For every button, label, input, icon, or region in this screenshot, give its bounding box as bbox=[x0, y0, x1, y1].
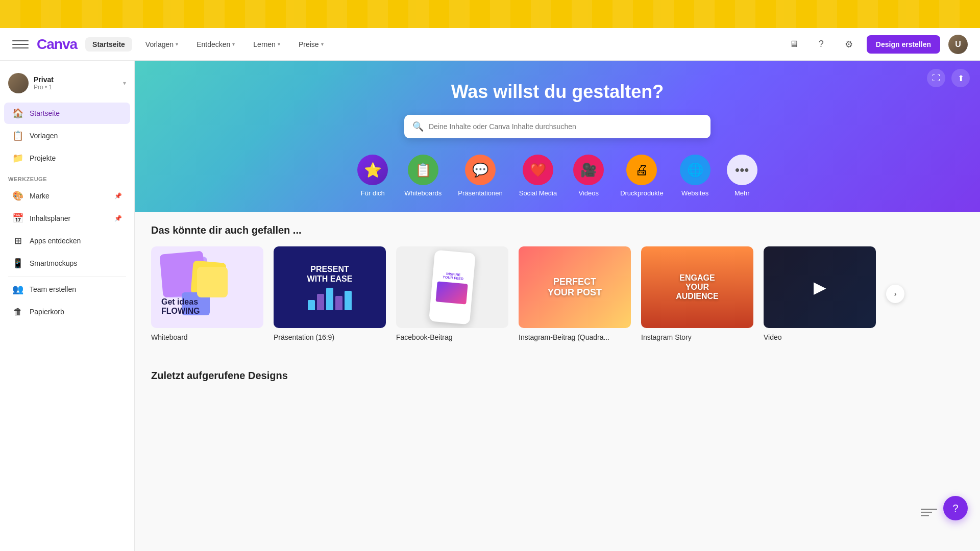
recommendations-title: Das könnte dir auch gefallen ... bbox=[151, 224, 964, 236]
home-icon: 🏠 bbox=[12, 108, 23, 119]
apps-icon: ⊞ bbox=[12, 235, 23, 246]
calendar-icon: 📅 bbox=[12, 213, 23, 224]
help-icon[interactable]: ? bbox=[812, 35, 831, 54]
profile-name: Privat bbox=[34, 76, 118, 84]
card-thumb-facebook: INSPIREYOUR FEED bbox=[396, 246, 508, 328]
folder-icon: 📁 bbox=[12, 153, 23, 164]
sidebar-item-smartmockups[interactable]: 📱 Smartmockups bbox=[4, 253, 130, 274]
card-thumb-praesentation: PRESENTWITH EASE bbox=[274, 246, 386, 328]
hero-search-bar: 🔍 bbox=[404, 115, 710, 138]
chevron-down-icon: ▾ bbox=[232, 41, 235, 47]
sidebar: Privat Pro • 1 ▾ 🏠 Startseite 📋 Vorlagen… bbox=[0, 61, 135, 551]
recommendations-section: Das könnte dir auch gefallen ... Get ide… bbox=[135, 212, 980, 358]
nav-startseite[interactable]: Startseite bbox=[85, 37, 132, 52]
nav-preise[interactable]: Preise ▾ bbox=[293, 37, 329, 52]
card-label-video: Video bbox=[764, 333, 876, 341]
sidebar-item-marke[interactable]: 🎨 Marke 📌 bbox=[4, 185, 130, 207]
card-whiteboard[interactable]: Get ideasFLOWING Whiteboard bbox=[151, 246, 263, 341]
chevron-down-icon: ▾ bbox=[278, 41, 280, 47]
help-fab-button[interactable]: ? bbox=[943, 496, 968, 520]
sidebar-item-inhaltsplaner[interactable]: 📅 Inhaltsplaner 📌 bbox=[4, 208, 130, 229]
sidebar-item-startseite[interactable]: 🏠 Startseite bbox=[4, 103, 130, 124]
cards-row: Get ideasFLOWING Whiteboard PRESENTWITH … bbox=[151, 246, 964, 345]
hero-icon-praesentationen[interactable]: 💬 Präsentationen bbox=[458, 155, 502, 197]
crop-icon[interactable]: ⛶ bbox=[927, 69, 945, 87]
trash-icon: 🗑 bbox=[12, 306, 23, 317]
hero-icon-social-media[interactable]: ❤️ Social Media bbox=[519, 155, 557, 197]
sidebar-item-apps[interactable]: ⊞ Apps entdecken bbox=[4, 230, 130, 252]
navbar: Canva Startseite Vorlagen ▾ Entdecken ▾ … bbox=[0, 28, 980, 61]
create-design-button[interactable]: Design erstellen bbox=[867, 35, 940, 54]
profile-avatar bbox=[8, 73, 29, 93]
templates-icon: 📋 bbox=[12, 130, 23, 141]
card-label-praesentation: Präsentation (16:9) bbox=[274, 333, 386, 341]
card-label-instagram-quad: Instagram-Beitrag (Quadra... bbox=[519, 333, 631, 341]
content-area: ⛶ ⬆ Was willst du gestalten? 🔍 ⭐ Für dic… bbox=[135, 61, 980, 551]
list-icon[interactable] bbox=[921, 504, 937, 520]
card-praesentation[interactable]: PRESENTWITH EASE Präsentation (16:9) bbox=[274, 246, 386, 341]
chevron-down-icon: ▾ bbox=[123, 80, 126, 87]
hero-icon-websites[interactable]: 🌐 Websites bbox=[680, 155, 710, 197]
search-icon: 🔍 bbox=[412, 121, 424, 132]
top-banner bbox=[0, 0, 980, 28]
card-thumb-instagram-quad: PERFECTYOUR POST bbox=[519, 246, 631, 328]
nav-vorlagen[interactable]: Vorlagen ▾ bbox=[140, 37, 183, 52]
recent-designs-title: Zuletzt aufgerufene Designs bbox=[151, 370, 964, 382]
hero-icon-fuer-dich[interactable]: ⭐ Für dich bbox=[357, 155, 388, 197]
hero-icon-videos[interactable]: 🎥 Videos bbox=[573, 155, 604, 197]
card-facebook[interactable]: INSPIREYOUR FEED Facebook-Beitrag bbox=[396, 246, 508, 341]
sidebar-item-projekte[interactable]: 📁 Projekte bbox=[4, 147, 130, 169]
nav-entdecken[interactable]: Entdecken ▾ bbox=[191, 37, 240, 52]
sidebar-item-team[interactable]: 👥 Team erstellen bbox=[4, 279, 130, 300]
smartmockup-icon: 📱 bbox=[12, 258, 23, 269]
card-thumb-whiteboard: Get ideasFLOWING bbox=[151, 246, 263, 328]
card-video[interactable]: ▶ Video bbox=[764, 246, 876, 341]
settings-icon[interactable]: ⚙ bbox=[839, 35, 859, 54]
recent-designs-section: Zuletzt aufgerufene Designs bbox=[135, 358, 980, 404]
monitor-icon[interactable]: 🖥 bbox=[784, 35, 803, 54]
card-instagram-story[interactable]: ENGAGEYOURAUDIENCE Instagram Story bbox=[641, 246, 753, 341]
team-icon: 👥 bbox=[12, 284, 23, 295]
card-thumb-instagram-story: ENGAGEYOURAUDIENCE bbox=[641, 246, 753, 328]
sidebar-item-papierkorb[interactable]: 🗑 Papierkorb bbox=[4, 301, 130, 322]
card-label-instagram-story: Instagram Story bbox=[641, 333, 753, 341]
canva-logo[interactable]: Canva bbox=[37, 36, 77, 53]
sidebar-item-vorlagen[interactable]: 📋 Vorlagen bbox=[4, 125, 130, 146]
menu-icon[interactable] bbox=[12, 36, 29, 53]
brand-icon: 🎨 bbox=[12, 190, 23, 202]
upload-icon[interactable]: ⬆ bbox=[951, 69, 970, 87]
next-button[interactable]: › bbox=[886, 285, 904, 303]
card-label-whiteboard: Whiteboard bbox=[151, 333, 263, 341]
card-thumb-video: ▶ bbox=[764, 246, 876, 328]
hero-title: Was willst du gestalten? bbox=[145, 81, 970, 103]
phone-mock: INSPIREYOUR FEED bbox=[429, 250, 476, 324]
profile-sub: Pro • 1 bbox=[34, 84, 118, 91]
hero-section: ⛶ ⬆ Was willst du gestalten? 🔍 ⭐ Für dic… bbox=[135, 61, 980, 212]
card-instagram-quad[interactable]: PERFECTYOUR POST Instagram-Beitrag (Quad… bbox=[519, 246, 631, 341]
hero-icon-mehr[interactable]: ••• Mehr bbox=[727, 155, 757, 197]
nav-lernen[interactable]: Lernen ▾ bbox=[248, 37, 285, 52]
sidebar-profile[interactable]: Privat Pro • 1 ▾ bbox=[0, 69, 134, 102]
chevron-down-icon: ▾ bbox=[176, 41, 178, 47]
pin-icon: 📌 bbox=[114, 192, 122, 199]
pin-icon: 📌 bbox=[114, 215, 122, 222]
hero-icon-grid: ⭐ Für dich 📋 Whiteboards 💬 Präsenta bbox=[145, 155, 970, 197]
sidebar-section-werkzeuge: Werkzeuge bbox=[0, 170, 134, 184]
search-input[interactable] bbox=[429, 122, 702, 131]
card-label-facebook: Facebook-Beitrag bbox=[396, 333, 508, 341]
avatar[interactable]: U bbox=[948, 35, 968, 54]
main-layout: Privat Pro • 1 ▾ 🏠 Startseite 📋 Vorlagen… bbox=[0, 61, 980, 551]
hero-icon-druckprodukte[interactable]: 🖨 Druckprodukte bbox=[620, 155, 664, 197]
chevron-down-icon: ▾ bbox=[321, 41, 324, 47]
hero-icon-whiteboards[interactable]: 📋 Whiteboards bbox=[404, 155, 442, 197]
